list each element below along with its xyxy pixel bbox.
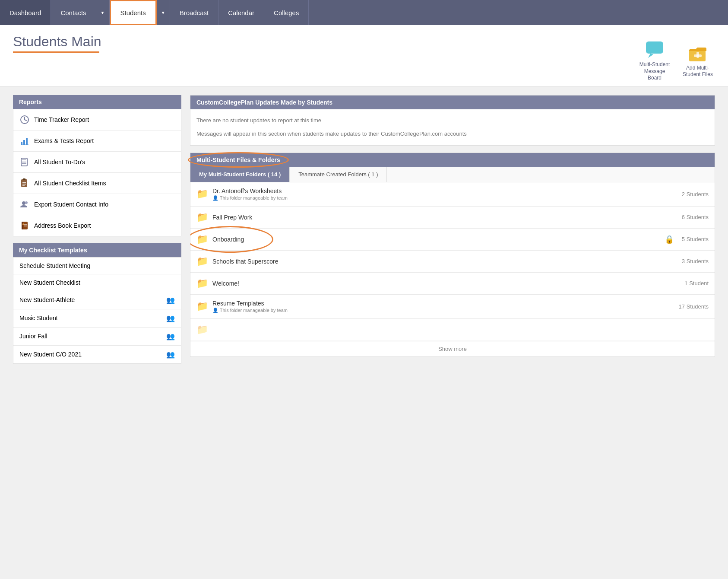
page-title-block: Students Main — [13, 34, 101, 53]
add-files-icon — [687, 41, 709, 63]
report-address-book[interactable]: Address Book Export — [13, 215, 181, 236]
folder-icon: 📁 — [196, 256, 208, 267]
folder-list: 📁 Dr. Antonoff's Worksheets 👤 This folde… — [190, 182, 715, 341]
message-board-button[interactable]: Multi-Student Message Board — [637, 38, 672, 82]
tab-teammate-folders[interactable]: Teammate Created Folders ( 1 ) — [290, 167, 387, 182]
todo-icon — [19, 157, 30, 167]
folder-item-fall-prep[interactable]: 📁 Fall Prep Work 6 Students — [190, 207, 715, 229]
checklist-templates-section: My Checklist Templates Schedule Student … — [13, 243, 181, 364]
report-checklist-items[interactable]: All Student Checklist Items — [13, 173, 181, 194]
files-header: Multi-Student Files & Folders — [190, 153, 715, 167]
lock-icon: 🔒 — [665, 235, 674, 244]
nav-broadcast[interactable]: Broadcast — [170, 0, 219, 25]
team-icon: 👤 — [212, 195, 220, 200]
team-icon: 👥 — [166, 296, 175, 304]
add-files-button[interactable]: Add Multi-Student Files — [681, 41, 715, 78]
team-icon: 👥 — [166, 314, 175, 322]
reports-list: Time Tracker Report Exams & Tests Report — [13, 109, 181, 236]
folder-info: Dr. Antonoff's Worksheets 👤 This folder … — [212, 188, 677, 201]
checklist-item-new-student-athlete[interactable]: New Student-Athlete 👥 — [13, 291, 181, 309]
updates-header: CustomCollegePlan Updates Made by Studen… — [190, 95, 715, 109]
folder-info: Onboarding — [212, 236, 660, 243]
svg-rect-0 — [646, 41, 663, 54]
clock-icon — [19, 115, 30, 125]
folder-icon: 📁 — [196, 324, 208, 335]
checklist-item-music-student[interactable]: Music Student 👥 — [13, 309, 181, 328]
folder-item-onboarding[interactable]: 📁 Onboarding 🔒 5 Students — [190, 229, 715, 251]
show-more-button[interactable]: Show more — [190, 341, 715, 356]
nav-calendar[interactable]: Calendar — [218, 0, 264, 25]
checklist-item-new-student[interactable]: New Student Checklist — [13, 274, 181, 291]
message-board-icon — [644, 38, 665, 60]
left-column: Reports Time Tracker Report — [13, 95, 181, 364]
svg-rect-17 — [23, 178, 25, 180]
updates-body: There are no student updates to report a… — [190, 109, 715, 145]
main-content: Reports Time Tracker Report — [0, 86, 728, 372]
folder-item-schools-superscore[interactable]: 📁 Schools that Superscore 3 Students — [190, 251, 715, 273]
tab-my-folders[interactable]: My Multi-Student Folders ( 14 ) — [190, 167, 290, 182]
checklist-list: Schedule Student Meeting New Student Che… — [13, 257, 181, 364]
folder-icon: 📁 — [196, 278, 208, 289]
add-files-label: Add Multi-Student Files — [681, 65, 715, 78]
svg-point-21 — [22, 201, 25, 205]
folder-icon: 📁 — [196, 212, 208, 223]
folder-icon: 📁 — [196, 234, 208, 245]
folder-info: Fall Prep Work — [212, 214, 677, 221]
chart-icon — [19, 136, 30, 146]
folder-item-antonoff[interactable]: 📁 Dr. Antonoff's Worksheets 👤 This folde… — [190, 182, 715, 207]
nav-contacts-dropdown[interactable]: ▼ — [96, 0, 110, 25]
book-icon — [19, 220, 30, 231]
chevron-down-icon: ▼ — [101, 10, 105, 15]
svg-point-22 — [25, 201, 28, 204]
folder-info: Schools that Superscore — [212, 258, 677, 265]
folder-icon: 📁 — [196, 188, 208, 200]
contact-icon — [19, 199, 30, 210]
checklist-item-junior-fall[interactable]: Junior Fall 👥 — [13, 328, 181, 346]
updates-section: CustomCollegePlan Updates Made by Studen… — [190, 95, 715, 146]
right-column: CustomCollegePlan Updates Made by Studen… — [190, 95, 715, 364]
files-header-title-wrapper: Multi-Student Files & Folders — [196, 156, 280, 163]
team-icon: 👥 — [166, 332, 175, 340]
folder-info: Resume Templates 👤 This folder manageabl… — [212, 300, 674, 313]
folder-icon: 📁 — [196, 301, 208, 312]
nav-colleges[interactable]: Colleges — [264, 0, 309, 25]
report-time-tracker[interactable]: Time Tracker Report — [13, 109, 181, 130]
page-header: Students Main Multi-Student Message Boar… — [0, 25, 728, 86]
svg-line-7 — [25, 120, 26, 121]
team-icon: 👤 — [212, 308, 220, 313]
folder-item-partial[interactable]: 📁 — [190, 319, 715, 341]
report-exams-tests[interactable]: Exams & Tests Report — [13, 130, 181, 152]
files-section: Multi-Student Files & Folders My Multi-S… — [190, 153, 715, 357]
svg-rect-8 — [21, 142, 22, 145]
nav-students[interactable]: Students — [110, 0, 157, 25]
svg-rect-4 — [694, 54, 702, 57]
team-icon: 👥 — [166, 350, 175, 359]
folder-tabs: My Multi-Student Folders ( 14 ) Teammate… — [190, 167, 715, 182]
page-title: Students Main — [13, 34, 101, 50]
message-board-label: Multi-Student Message Board — [637, 61, 672, 82]
svg-rect-13 — [22, 159, 26, 160]
nav-contacts[interactable]: Contacts — [51, 0, 96, 25]
files-section-title: Multi-Student Files & Folders — [196, 156, 280, 163]
svg-marker-1 — [648, 54, 653, 58]
checklist-icon — [19, 178, 30, 188]
nav-bar: Dashboard Contacts ▼ Students ▼ Broadcas… — [0, 0, 728, 25]
folder-item-resume-templates[interactable]: 📁 Resume Templates 👤 This folder managea… — [190, 295, 715, 319]
page-title-underline — [13, 51, 99, 53]
checklist-section-header: My Checklist Templates — [13, 243, 181, 257]
header-actions: Multi-Student Message Board Add Multi-St… — [637, 34, 715, 82]
checklist-item-new-student-co2021[interactable]: New Student C/O 2021 👥 — [13, 346, 181, 363]
svg-rect-9 — [23, 140, 25, 145]
checklist-item-schedule-meeting[interactable]: Schedule Student Meeting — [13, 258, 181, 274]
report-all-todos[interactable]: All Student To-Do's — [13, 152, 181, 173]
reports-section-header: Reports — [13, 95, 181, 109]
svg-rect-10 — [26, 138, 28, 145]
nav-dashboard[interactable]: Dashboard — [0, 0, 51, 25]
svg-rect-24 — [22, 222, 23, 229]
folder-item-welcome[interactable]: 📁 Welcome! 1 Student — [190, 273, 715, 295]
chevron-down-icon: ▼ — [161, 10, 165, 15]
nav-students-dropdown[interactable]: ▼ — [157, 0, 170, 25]
svg-point-27 — [22, 223, 24, 225]
folder-info: Welcome! — [212, 280, 680, 287]
report-export-contact[interactable]: Export Student Contact Info — [13, 194, 181, 215]
